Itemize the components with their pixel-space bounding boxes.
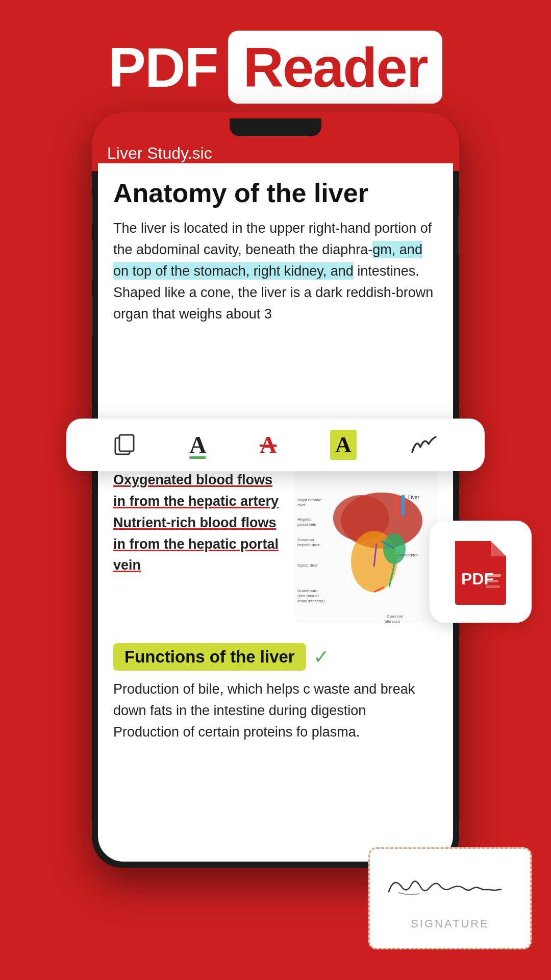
nutrient-blood: Nutrient-rich blood flows in from the he…	[113, 515, 279, 573]
app-title-area: PDF Reader	[0, 31, 551, 104]
silent-button	[92, 296, 93, 337]
highlighted-text: gm, and on top of the stomach, right kid…	[113, 241, 422, 280]
svg-text:Liver: Liver	[408, 495, 419, 500]
document-section-1: Anatomy of the liver The liver is locate…	[98, 163, 453, 340]
phone-mockup: Liver Study.sic Anatomy of the liver The…	[92, 112, 459, 868]
phone-notch	[230, 118, 321, 136]
functions-badge-text: Functions of the liver	[124, 647, 295, 666]
svg-rect-30	[486, 585, 500, 588]
anatomy-section: Oxygenated blood flows in from the hepat…	[98, 470, 453, 633]
draw-tool[interactable]	[410, 433, 438, 457]
svg-text:Cystic duct: Cystic duct	[297, 563, 318, 568]
toolbar-spacer	[98, 340, 453, 406]
svg-text:bile duct: bile duct	[385, 619, 400, 623]
svg-text:Common: Common	[297, 537, 314, 542]
checkmark-icon: ✓	[313, 646, 330, 668]
svg-text:PDF: PDF	[461, 570, 494, 588]
volume-up-button	[92, 194, 93, 225]
copy-icon[interactable]	[113, 433, 136, 457]
strikethrough-tool[interactable]: A	[260, 431, 277, 458]
functions-heading: Functions of the liver ✓	[113, 643, 330, 671]
title-pdf: PDF	[109, 35, 218, 100]
signature-label: SIGNATURE	[411, 917, 489, 930]
svg-text:duct: duct	[297, 503, 306, 507]
highlight-tool[interactable]: A	[330, 430, 357, 460]
anatomy-diagram: Liver Right hepatic duct Hepatic portal …	[295, 470, 438, 623]
svg-text:Hepatic: Hepatic	[297, 517, 311, 522]
pdf-icon-inner: PDF	[450, 536, 511, 607]
signature-box[interactable]: SIGNATURE	[368, 847, 532, 949]
volume-down-button	[92, 240, 93, 281]
pdf-app-icon[interactable]: PDF	[430, 521, 532, 623]
svg-text:Right hepatic: Right hepatic	[297, 498, 321, 502]
signature-display	[379, 866, 521, 911]
svg-text:small intestine): small intestine)	[297, 599, 325, 603]
underline-tool[interactable]: A	[189, 431, 206, 459]
power-button	[458, 214, 459, 255]
blood-supply-text: Oxygenated blood flows in from the hepat…	[113, 470, 285, 623]
text-toolbar[interactable]: A A A	[66, 419, 485, 471]
svg-rect-29	[486, 580, 498, 582]
file-name: Liver Study.sic	[107, 144, 212, 163]
svg-text:(first past of: (first past of	[297, 594, 319, 598]
document-title: Anatomy of the liver	[113, 179, 438, 208]
svg-text:Gallbladder: Gallbladder	[397, 553, 418, 557]
svg-text:portal vein: portal vein	[297, 522, 316, 527]
svg-text:Duodenum: Duodenum	[297, 589, 317, 593]
svg-rect-28	[486, 574, 501, 577]
title-reader-box: Reader	[228, 31, 443, 104]
svg-text:Common: Common	[387, 614, 403, 619]
functions-text: Production of bile, which helps c waste …	[113, 679, 438, 743]
document-content[interactable]: Anatomy of the liver The liver is locate…	[98, 163, 453, 862]
functions-section: Functions of the liver ✓ Production of b…	[98, 633, 453, 753]
title-reader: Reader	[243, 36, 428, 99]
svg-rect-26	[119, 435, 134, 451]
intro-paragraph: The liver is located in the upper right-…	[113, 218, 438, 325]
svg-text:hepatic duct: hepatic duct	[297, 543, 320, 547]
oxygenated-blood: Oxygenated blood flows in from the hepat…	[113, 472, 279, 509]
functions-badge: Functions of the liver	[113, 643, 306, 671]
